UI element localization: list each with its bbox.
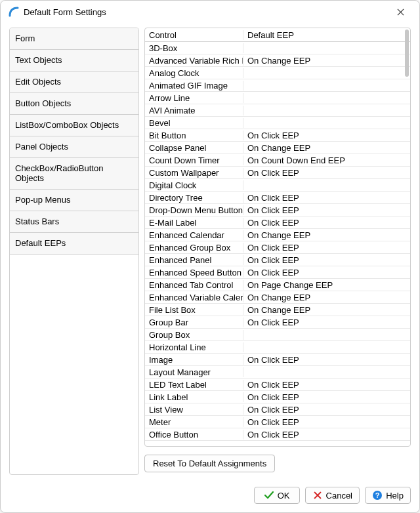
help-label: Help [386, 491, 404, 501]
x-icon [312, 490, 323, 501]
table-row[interactable]: 3D-Box [145, 42, 410, 54]
scrollbar-thumb[interactable] [405, 30, 409, 77]
table-row[interactable]: Arrow Line [145, 92, 410, 104]
assignments-grid: ControlDefault EEP3D-BoxAdvanced Variabl… [144, 28, 411, 447]
table-row[interactable]: Directory TreeOn Click EEP [145, 192, 410, 204]
control-cell: Enhanced Group Box [145, 243, 243, 253]
table-row[interactable]: Bit ButtonOn Click EEP [145, 129, 410, 142]
sidebar-item[interactable]: Default EEPs [10, 233, 138, 255]
table-row[interactable]: Enhanced Group BoxOn Click EEP [145, 241, 410, 254]
right-column: ControlDefault EEP3D-BoxAdvanced Variabl… [144, 28, 411, 475]
eep-cell: On Change EEP [243, 143, 410, 153]
control-cell: Enhanced Variable Calendar [145, 293, 243, 302]
table-row[interactable]: Drop-Down Menu ButtonOn Click EEP [145, 204, 410, 216]
control-cell: Arrow Line [145, 93, 243, 103]
table-row[interactable]: Link LabelOn Click EEP [145, 391, 410, 403]
control-cell: Count Down Timer [145, 155, 243, 165]
table-row[interactable]: Bevel [145, 117, 410, 129]
table-row[interactable]: Enhanced Speed ButtonOn Click EEP [145, 266, 410, 279]
sidebar-item[interactable]: Status Bars [10, 211, 138, 233]
control-cell: Collapse Panel [145, 143, 243, 153]
sidebar-item[interactable]: Panel Objects [10, 136, 138, 158]
eep-cell: On Click EEP [243, 243, 410, 253]
table-row[interactable]: MeterOn Click EEP [145, 416, 410, 428]
table-row[interactable]: Enhanced PanelOn Click EEP [145, 254, 410, 266]
sidebar-item[interactable]: Text Objects [10, 50, 138, 72]
table-row[interactable]: Digital Clock [145, 179, 410, 192]
table-row[interactable]: Horizontal Line [145, 341, 410, 354]
table-row[interactable]: E-Mail LabelOn Click EEP [145, 216, 410, 229]
eep-cell: On Click EEP [243, 218, 410, 228]
control-cell: Directory Tree [145, 193, 243, 203]
sidebar-item[interactable]: Edit Objects [10, 72, 138, 93]
eep-cell: On Change EEP [243, 56, 410, 66]
ok-button[interactable]: OK [254, 487, 300, 504]
control-cell: Group Bar [145, 318, 243, 327]
eep-cell: On Click EEP [243, 205, 410, 215]
cancel-button[interactable]: Cancel [305, 487, 360, 504]
eep-cell: On Change EEP [243, 305, 410, 315]
table-row[interactable]: Enhanced Variable CalendarOn Change EEP [145, 291, 410, 304]
control-cell: Image [145, 355, 243, 365]
table-row[interactable]: Layout Manager [145, 366, 410, 379]
sidebar-item[interactable]: CheckBox/RadioButton Objects [10, 158, 138, 190]
svg-text:?: ? [375, 491, 380, 499]
table-row[interactable]: Analog Clock [145, 67, 410, 79]
eep-cell: On Click EEP [243, 193, 410, 203]
control-cell: Bit Button [145, 131, 243, 140]
control-cell: 3D-Box [145, 43, 243, 53]
table-row[interactable]: LED Text LabelOn Click EEP [145, 379, 410, 391]
table-row[interactable]: Enhanced Tab ControlOn Page Change EEP [145, 279, 410, 291]
table-row[interactable]: ImageOn Click EEP [145, 354, 410, 366]
column-header-eep[interactable]: Default EEP [243, 30, 410, 40]
table-row[interactable]: Animated GIF Image [145, 79, 410, 92]
control-cell: Meter [145, 417, 243, 427]
control-cell: Animated GIF Image [145, 81, 243, 91]
table-row[interactable]: Group Box [145, 329, 410, 341]
table-row[interactable]: File List BoxOn Change EEP [145, 304, 410, 316]
table-row[interactable]: Custom WallpaperOn Click EEP [145, 167, 410, 179]
close-button[interactable] [388, 3, 412, 21]
control-cell: Enhanced Calendar [145, 230, 243, 240]
control-cell: Enhanced Speed Button [145, 268, 243, 277]
eep-cell: On Click EEP [243, 430, 410, 440]
column-header-control[interactable]: Control [145, 30, 243, 40]
control-cell: List View [145, 405, 243, 415]
eep-cell: On Change EEP [243, 293, 410, 302]
reset-to-default-button[interactable]: Reset To Default Assignments [144, 455, 275, 472]
control-cell: AVI Animate [145, 106, 243, 115]
control-cell: File List Box [145, 305, 243, 315]
table-row[interactable]: Advanced Variable Rich EditOn Change EEP [145, 54, 410, 67]
eep-cell: On Count Down End EEP [243, 155, 410, 165]
eep-cell: On Page Change EEP [243, 280, 410, 290]
sidebar-item[interactable]: Form [10, 28, 138, 50]
sidebar-item[interactable]: ListBox/ComboBox Objects [10, 115, 138, 136]
help-icon: ? [372, 490, 383, 501]
control-cell: Enhanced Tab Control [145, 280, 243, 290]
eep-cell: On Click EEP [243, 131, 410, 140]
table-row[interactable]: Collapse PanelOn Change EEP [145, 142, 410, 154]
content-area: FormText ObjectsEdit ObjectsButton Objec… [1, 22, 419, 483]
table-row[interactable]: Enhanced CalendarOn Change EEP [145, 229, 410, 241]
eep-cell: On Click EEP [243, 255, 410, 265]
control-cell: Drop-Down Menu Button [145, 205, 243, 215]
eep-cell: On Click EEP [243, 392, 410, 402]
grid-scroll-area[interactable]: ControlDefault EEP3D-BoxAdvanced Variabl… [145, 28, 410, 446]
table-row[interactable]: Count Down TimerOn Count Down End EEP [145, 154, 410, 167]
table-row[interactable]: Group BarOn Click EEP [145, 316, 410, 329]
control-cell: Analog Clock [145, 68, 243, 78]
cancel-label: Cancel [326, 491, 352, 501]
ok-label: OK [278, 491, 290, 501]
sidebar-item[interactable]: Pop-up Menus [10, 190, 138, 211]
table-row[interactable]: AVI Animate [145, 104, 410, 117]
control-cell: Custom Wallpaper [145, 168, 243, 178]
table-row[interactable]: List ViewOn Click EEP [145, 403, 410, 416]
table-row[interactable]: Office ButtonOn Click EEP [145, 428, 410, 441]
sidebar-item[interactable]: Button Objects [10, 93, 138, 115]
control-cell: Enhanced Panel [145, 255, 243, 265]
eep-cell: On Change EEP [243, 230, 410, 240]
control-cell: LED Text Label [145, 380, 243, 390]
control-cell: Bevel [145, 118, 243, 128]
help-button[interactable]: ? Help [365, 487, 411, 504]
eep-cell: On Click EEP [243, 318, 410, 327]
